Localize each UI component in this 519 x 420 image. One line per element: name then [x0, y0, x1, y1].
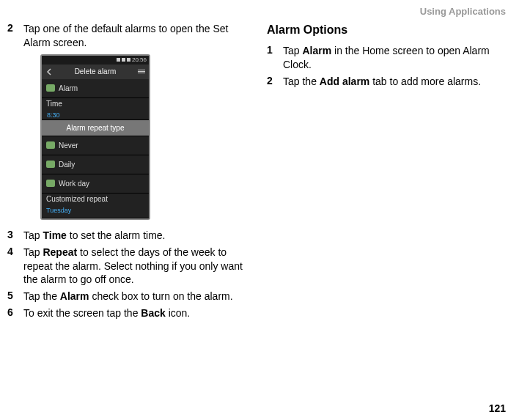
step-num: 2	[267, 75, 283, 89]
step-text: Tap Repeat to select the days of the wee…	[23, 246, 252, 287]
row-label: Alarm repeat type	[67, 124, 125, 132]
back-arrow-icon	[42, 68, 56, 75]
signal-icon	[117, 58, 120, 62]
text-pre: Tap the	[283, 75, 320, 87]
step-num: 5	[7, 290, 23, 303]
step-2-right: 2 Tap the Add alarm tab to add more alar…	[267, 75, 512, 89]
step-num: 1	[267, 44, 283, 72]
checkbox-icon	[46, 161, 55, 168]
text-bold: Repeat	[43, 246, 77, 258]
text-pre: To exit the screen tap the	[23, 307, 141, 319]
row-label: Work day	[59, 180, 89, 188]
step-6: 6 To exit the screen tap the Back icon.	[7, 306, 252, 320]
phone-row-daily: Daily	[42, 155, 149, 174]
text-bold: Alarm	[60, 290, 89, 302]
step-text: Tap one of the default alarms to open th…	[23, 22, 252, 50]
text-post: to set the alarm time.	[67, 229, 166, 241]
step-num: 4	[7, 246, 23, 287]
phone-screenshot: 20:56 Delete alarm Alarm Time 8:30 Al	[40, 54, 150, 220]
page-number: 121	[489, 402, 506, 414]
text-pre: Tap	[23, 229, 43, 241]
phone-row-workday: Work day	[42, 174, 149, 194]
phone-row-repeat-type: Alarm repeat type	[42, 120, 149, 136]
step-text: Tap Alarm in the Home screen to open Ala…	[283, 44, 512, 72]
phone-row-never: Never	[42, 136, 149, 155]
text-post: check box to turn on the alarm.	[89, 290, 233, 302]
step-1: 1 Tap Alarm in the Home screen to open A…	[267, 44, 512, 72]
step-text: To exit the screen tap the Back icon.	[23, 306, 252, 320]
row-value: Tuesday	[46, 207, 71, 214]
text-bold: Time	[43, 229, 66, 241]
status-time: 20:56	[132, 56, 147, 63]
battery-icon	[127, 58, 130, 62]
row-label: Daily	[59, 161, 75, 169]
right-column: Alarm Options 1 Tap Alarm in the Home sc…	[267, 22, 512, 323]
text-pre: Tap the	[23, 290, 60, 302]
checkbox-icon	[46, 84, 55, 92]
step-3: 3 Tap Time to set the alarm time.	[7, 229, 252, 243]
left-column: 2 Tap one of the default alarms to open …	[7, 22, 252, 323]
menu-icon	[134, 70, 149, 73]
step-num: 3	[7, 229, 23, 243]
step-text: Tap the Alarm check box to turn on the a…	[23, 290, 252, 303]
step-num: 2	[7, 22, 23, 50]
checkbox-icon	[46, 180, 55, 187]
step-text: Tap Time to set the alarm time.	[23, 229, 252, 243]
row-label: Customized repeat	[46, 195, 108, 203]
section-title: Alarm Options	[267, 23, 512, 37]
step-4: 4 Tap Repeat to select the days of the w…	[7, 246, 252, 287]
text-pre: Tap	[283, 45, 302, 56]
row-label: Time	[46, 100, 62, 108]
row-label: Alarm	[59, 84, 78, 92]
step-num: 6	[7, 306, 23, 320]
phone-row-custom: Customized repeat Tuesday	[42, 194, 149, 218]
checkbox-icon	[46, 141, 55, 149]
phone-topbar: Delete alarm	[42, 65, 149, 79]
page-content: 2 Tap one of the default alarms to open …	[0, 0, 519, 323]
phone-row-alarm: Alarm	[42, 79, 149, 98]
text-bold: Add alarm	[320, 75, 369, 87]
phone-status-bar: 20:56	[42, 56, 149, 65]
text-bold: Alarm	[302, 45, 331, 56]
text-post: icon.	[166, 307, 190, 319]
row-label: Never	[59, 141, 78, 150]
step-2: 2 Tap one of the default alarms to open …	[7, 22, 252, 50]
section-header: Using Applications	[420, 6, 506, 17]
phone-row-time: Time 8:30	[42, 98, 149, 120]
topbar-title: Delete alarm	[56, 67, 134, 75]
step-text: Tap the Add alarm tab to add more alarms…	[283, 75, 512, 89]
row-value: 8:30	[46, 111, 60, 119]
text-bold: Back	[141, 307, 165, 319]
text-post: tab to add more alarms.	[369, 75, 481, 87]
step-5: 5 Tap the Alarm check box to turn on the…	[7, 290, 252, 303]
network-icon	[122, 58, 125, 62]
text-pre: Tap	[23, 246, 43, 258]
